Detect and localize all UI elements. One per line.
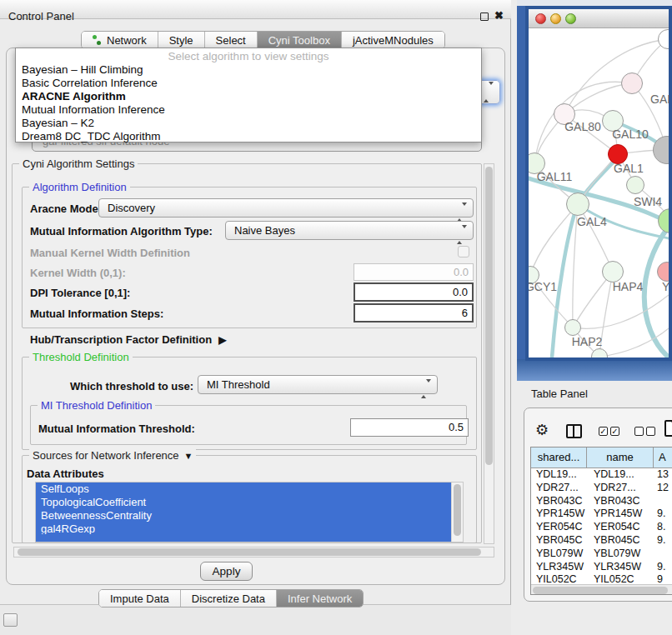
hub-definition-label: Hub/Transcription Factor Definition — [30, 333, 212, 346]
settings-horizontal-scrollbar[interactable] — [13, 547, 494, 558]
tab[interactable]: Style — [158, 32, 205, 48]
tab[interactable]: Discretize Data — [181, 590, 277, 607]
cell-value — [654, 495, 672, 508]
column-header-partial[interactable]: A — [654, 448, 672, 468]
network-window-titlebar[interactable] — [529, 9, 669, 28]
node-table[interactable]: shared... name A YDL19... YDL19... 13 YD… — [530, 447, 672, 595]
table-panel-title: Table Panel — [531, 388, 588, 400]
table-row[interactable]: YPR145W YPR145W 9. — [531, 508, 672, 521]
column-header-name[interactable]: name — [587, 448, 654, 468]
dpi-tolerance-label: DPI Tolerance [0,1]: — [30, 287, 130, 299]
data-attributes-label: Data Attributes — [27, 468, 104, 480]
cell-shared-name: YBR043C — [531, 495, 587, 508]
network-node-gal[interactable] — [621, 72, 643, 94]
dropdown-item[interactable]: Basic Correlation Inference — [16, 77, 481, 90]
cyni-mode-tabs: Impute Data Discretize Data Infer Networ… — [98, 589, 364, 608]
manual-kernel-checkbox[interactable] — [458, 246, 469, 258]
network-node-label: GAL10 — [612, 128, 649, 141]
scrollbar-thumb[interactable] — [533, 587, 668, 594]
cell-value — [654, 548, 672, 561]
attribute-item[interactable]: SelfLoops — [36, 482, 451, 496]
collapsed-panel-icon[interactable] — [3, 613, 18, 627]
scrollbar-thumb[interactable] — [485, 167, 493, 465]
scrollbar-thumb[interactable] — [454, 484, 461, 536]
dropdown-item[interactable]: ARACNE Algorithm — [16, 90, 481, 103]
apply-button[interactable]: Apply — [200, 562, 253, 581]
attribute-item[interactable]: TopologicalCoefficient — [36, 496, 451, 509]
dpi-tolerance-field[interactable]: 0.0 — [354, 282, 474, 302]
cell-name: YDL19... — [587, 468, 654, 482]
minimize-traffic-light-icon[interactable] — [550, 13, 561, 24]
tab[interactable]: Network — [82, 32, 158, 48]
control-panel-titlebar[interactable] — [0, 0, 511, 19]
close-icon[interactable]: ✖ — [494, 9, 504, 22]
columns-icon[interactable] — [566, 424, 582, 438]
attribute-list-scrollbar[interactable] — [451, 482, 463, 542]
network-icon — [93, 35, 102, 46]
cell-name: YLR345W — [587, 561, 654, 574]
table-row[interactable]: YER054C YER054C 8. — [531, 521, 672, 534]
table-row[interactable]: YBR045C YBR045C 9. — [531, 534, 672, 548]
cell-shared-name: YBL079W — [531, 548, 587, 561]
data-attributes-list[interactable]: SelfLoops TopologicalCoefficient Between… — [35, 482, 464, 542]
mi-type-combo[interactable]: Naive Bayes — [225, 221, 474, 240]
expand-arrow-icon: ▶ — [218, 334, 226, 346]
which-threshold-combo[interactable]: MI Threshold — [198, 375, 438, 394]
tab[interactable]: Impute Data — [99, 590, 181, 607]
cell-shared-name: YLR345W — [531, 561, 587, 574]
tab[interactable]: jActiveMNodules — [342, 32, 444, 48]
cell-shared-name: YER054C — [531, 521, 587, 534]
network-node-swi4[interactable] — [626, 176, 644, 194]
dropdown-item[interactable]: Dream8 DC_TDC Algorithm — [16, 130, 481, 143]
cell-name: YBR043C — [587, 495, 654, 508]
aracne-mode-combo[interactable]: Discovery — [98, 198, 474, 218]
float-window-icon[interactable] — [480, 12, 489, 21]
cell-value: 12 — [654, 482, 672, 495]
network-node-gal4[interactable] — [566, 192, 589, 216]
network-node-label: GAL11 — [537, 170, 573, 183]
dropdown-item[interactable]: Bayesian – Hill Climbing — [16, 63, 481, 77]
table-row[interactable]: YLR345W YLR345W 9. — [531, 561, 672, 574]
document-icon[interactable] — [664, 420, 672, 437]
cell-value: 8. — [654, 521, 672, 534]
tab[interactable]: Cyni Toolbox — [258, 32, 342, 48]
table-row[interactable]: YBR043C YBR043C — [531, 495, 672, 508]
cell-value: 13 — [654, 468, 672, 482]
sources-title[interactable]: Sources for Network Inference▼ — [29, 449, 196, 462]
settings-vertical-scrollbar[interactable] — [484, 163, 494, 544]
deselect-all-checkbox-icon[interactable] — [634, 427, 644, 436]
mi-steps-field[interactable]: 6 — [354, 303, 474, 322]
tab[interactable]: Infer Network — [277, 590, 363, 607]
cell-value: 9. — [654, 534, 672, 548]
threshold-definition-title: Threshold Definition — [29, 351, 133, 363]
network-view-window: GALGAL80GAL10GAL1GAL11SWI4GAL4GCY1HAP4YH… — [525, 6, 672, 361]
table-horizontal-scrollbar[interactable] — [531, 584, 672, 594]
network-canvas[interactable]: GALGAL80GAL10GAL1GAL11SWI4GAL4GCY1HAP4YH… — [529, 28, 669, 358]
network-edges — [529, 28, 669, 358]
kernel-width-field[interactable]: 0.0 — [354, 263, 474, 281]
mi-threshold-label: Mutual Information Threshold: — [38, 422, 195, 435]
scrollbar-thumb[interactable] — [18, 548, 481, 556]
network-node-label: GCY1 — [529, 280, 557, 293]
mi-steps-label: Mutual Information Steps: — [30, 308, 163, 320]
table-row[interactable]: YDR27... YDR27... 12 — [531, 482, 672, 495]
network-node-hap2[interactable] — [564, 319, 581, 336]
table-row[interactable]: YDL19... YDL19... 13 — [531, 468, 672, 482]
table-row[interactable]: YBL079W YBL079W — [531, 548, 672, 561]
close-traffic-light-icon[interactable] — [535, 13, 546, 24]
dropdown-item[interactable]: Bayesian – K2 — [16, 117, 481, 130]
select-all-checkbox-icon[interactable]: ✓ — [599, 427, 608, 436]
dropdown-item[interactable]: Mutual Information Inference — [16, 103, 481, 117]
tab[interactable]: Select — [205, 32, 258, 48]
cell-name: YER054C — [587, 521, 654, 534]
zoom-traffic-light-icon[interactable] — [565, 13, 576, 24]
cell-name: YBL079W — [587, 548, 654, 561]
select-all-checkbox-icon[interactable]: ✓ — [610, 427, 619, 436]
column-header-shared-name[interactable]: shared... — [531, 448, 587, 468]
gear-icon[interactable]: ⚙ — [535, 421, 549, 439]
mi-threshold-field[interactable]: 0.5 — [350, 418, 469, 437]
cell-value: 9. — [654, 561, 672, 574]
deselect-all-checkbox-icon[interactable] — [646, 427, 655, 436]
hub-definition-toggle[interactable]: Hub/Transcription Factor Definition▶ — [30, 333, 226, 346]
attribute-item[interactable]: BetweennessCentrality — [36, 509, 451, 522]
